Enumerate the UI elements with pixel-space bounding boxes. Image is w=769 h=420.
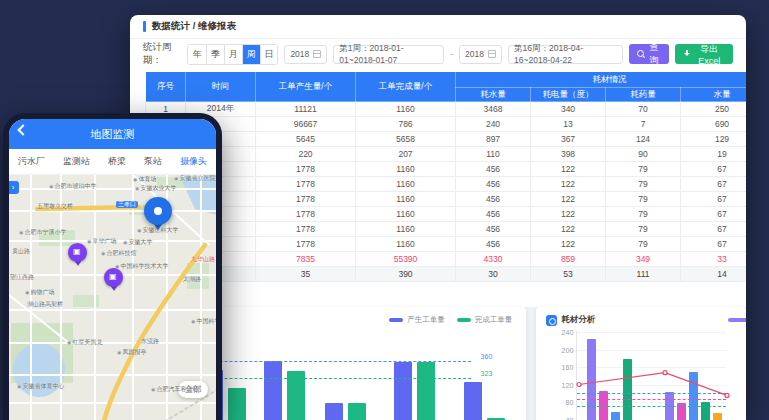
phone-page-title: 地图监测	[91, 127, 135, 142]
period-option-季[interactable]: 季	[206, 45, 224, 64]
map-label: 安徽农业大学	[135, 185, 176, 192]
table-row[interactable]: 12014年111211160346834070250	[146, 102, 747, 117]
filter-bar: 统计周期： 年季月周日 2018 第1周：2018-01-01~2018-01-…	[130, 39, 746, 69]
map-label: 购物广场	[25, 289, 54, 296]
phone-mockup: 地图监测 污水厂监测站桥梁泵站摄像头	[3, 113, 222, 420]
table-row[interactable]: 42202071103989019	[146, 147, 747, 162]
period-option-周[interactable]: 周	[242, 45, 260, 64]
bar[interactable]	[464, 382, 482, 420]
y-axis-tick: 40	[566, 417, 574, 420]
chart-icon	[546, 315, 557, 326]
period-option-年[interactable]: 年	[188, 45, 206, 64]
period-option-月[interactable]: 月	[224, 45, 242, 64]
bar[interactable]	[348, 403, 366, 420]
table-row[interactable]: 8177811604561227967	[146, 207, 747, 222]
bar[interactable]	[417, 362, 435, 420]
legend-item[interactable]: 完成工单量	[457, 315, 513, 325]
map-label: 湖山路高架桥	[27, 301, 63, 308]
period-label: 统计周期：	[143, 41, 181, 67]
table-row[interactable]: 356455658897367124129	[146, 132, 747, 147]
phone-header: 地图监测	[9, 119, 216, 149]
map-label: 中国科学技术大学	[115, 263, 168, 270]
year-start-select[interactable]: 2018	[284, 45, 327, 64]
phone-tab-桥梁[interactable]: 桥梁	[108, 151, 126, 172]
table-row[interactable]: 9177811604561227967	[146, 222, 747, 237]
query-button-label: 查询	[647, 41, 661, 67]
y-axis-tick: 120	[562, 382, 574, 389]
export-button-label: 导出Excel	[693, 43, 725, 66]
map-label: 望江西路	[10, 274, 34, 281]
chart-plot-area: 2402001601208040	[576, 331, 726, 420]
back-icon[interactable]	[17, 124, 28, 135]
bar[interactable]	[325, 403, 343, 420]
legend-item[interactable]: 产生工单量	[389, 315, 445, 325]
average-row: 平均值35390305311114	[146, 267, 747, 282]
map-label: 红星美凯龙	[67, 339, 102, 346]
map-label: 九华山路	[191, 256, 215, 263]
bar[interactable]	[264, 361, 282, 420]
breadcrumb: 数据统计 / 维修报表	[152, 20, 236, 33]
y-axis-tick: 200	[562, 347, 574, 354]
col-subheader-2: 耗药量	[606, 88, 681, 102]
report-table: 序号 时间 工单产生量/个 工单完成量/个 耗材情况 耗水量耗电量（度）耗药量水…	[145, 71, 746, 282]
camera-pin[interactable]	[68, 243, 87, 266]
calendar-icon	[313, 50, 321, 58]
map-label: 东流路	[141, 338, 159, 345]
bar[interactable]	[394, 362, 412, 420]
chart-legend: 产生工单量完成工单量	[389, 315, 512, 325]
chart-title: 耗材分析	[561, 314, 595, 326]
year-end-select[interactable]: 2018	[459, 45, 502, 64]
map-label: 黄山路	[12, 248, 30, 255]
period-option-日[interactable]: 日	[260, 45, 278, 64]
table-row[interactable]: 6177811604561227967	[146, 177, 747, 192]
bar[interactable]	[228, 388, 246, 420]
col-header-created[interactable]: 工单产生量/个	[256, 72, 356, 102]
phone-tab-污水厂[interactable]: 污水厂	[18, 151, 45, 172]
map-label: 阜华广场	[87, 238, 116, 245]
col-header-consumables: 耗材情况	[456, 72, 747, 88]
selected-camera-pin[interactable]	[144, 197, 172, 231]
map-label: 安徽大学	[123, 239, 152, 246]
page-background: 数据统计 / 维修报表 统计周期： 年季月周日 2018 第1周：2018-01…	[0, 0, 769, 420]
map-label: 太湖路	[183, 276, 201, 283]
col-header-no[interactable]: 序号	[146, 72, 186, 102]
table-row[interactable]: 7177811604561227967	[146, 192, 747, 207]
map-label: 合肥市琥珀中学	[49, 183, 96, 190]
week-end-input[interactable]: 第16周：2018-04-16~2018-04-22	[508, 45, 623, 64]
search-icon	[637, 50, 643, 58]
year-end-value: 2018	[465, 49, 484, 59]
col-header-time[interactable]: 时间	[186, 72, 256, 102]
table-row[interactable]: 10177811604561227967	[146, 237, 747, 252]
phone-tab-摄像头[interactable]: 摄像头	[180, 151, 207, 172]
camera-pin[interactable]	[104, 268, 123, 291]
week-end-value: 第16周：2018-04-16~2018-04-22	[514, 43, 617, 65]
table-row[interactable]: 5177811604561227967	[146, 162, 747, 177]
calendar-icon	[488, 50, 496, 58]
trend-line	[577, 331, 727, 420]
desktop-window: 数据统计 / 维修报表 统计周期： 年季月周日 2018 第1周：2018-01…	[130, 15, 746, 420]
chart-title-row: 耗材分析	[546, 314, 595, 326]
period-segmented-control: 年季月周日	[187, 44, 278, 65]
phone-tab-泵站[interactable]: 泵站	[144, 151, 162, 172]
table-row[interactable]: 296667786240137690	[146, 117, 747, 132]
layer-toggle-button[interactable]: ›	[9, 181, 19, 194]
phone-screen: 地图监测 污水厂监测站桥梁泵站摄像头	[9, 119, 216, 420]
y-axis-tick: 160	[562, 364, 574, 371]
y-axis-tick: 80	[566, 399, 574, 406]
breadcrumb-bar: 数据统计 / 维修报表	[130, 15, 746, 39]
y-axis-tick: 240	[562, 329, 574, 336]
week-start-input[interactable]: 第1周：2018-01-01~2018-01-07	[333, 45, 444, 64]
query-button[interactable]: 查询	[629, 44, 669, 64]
phone-tab-监测站[interactable]: 监测站	[63, 151, 90, 172]
report-table-wrap: 序号 时间 工单产生量/个 工单完成量/个 耗材情况 耗水量耗电量（度）耗药量水…	[145, 71, 746, 282]
bar[interactable]	[287, 371, 305, 420]
export-excel-button[interactable]: 导出Excel	[675, 44, 733, 64]
map-label: 合肥科技馆	[101, 250, 136, 257]
range-separator: -	[450, 49, 453, 59]
map-label: 凤园报亭	[117, 349, 146, 356]
map-label: 中国科学院	[191, 318, 216, 325]
col-header-completed[interactable]: 工单完成量/个	[356, 72, 456, 102]
map-view[interactable]: › 全部 合肥市琥珀中学体育场安徽农业大学安徽省立医院五里墩立交桥三孝口合肥市宁…	[9, 175, 216, 420]
week-start-value: 第1周：2018-01-01~2018-01-07	[339, 43, 438, 65]
map-label: 安徽省体育中心	[17, 383, 64, 390]
